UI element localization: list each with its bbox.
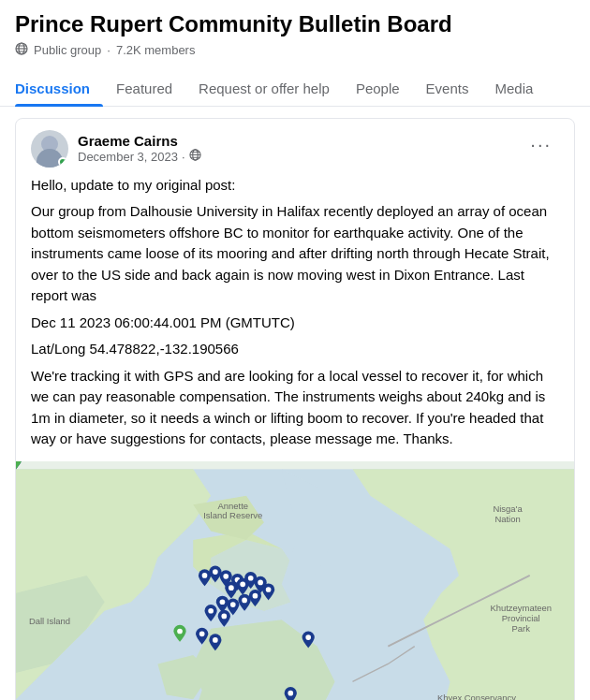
more-options-button[interactable]: ··· <box>523 130 559 159</box>
group-meta: Public group · 7.2K members <box>15 42 575 58</box>
post-meta: December 3, 2023 · <box>78 149 201 164</box>
post-card: Graeme Cairns December 3, 2023 · <box>15 118 575 700</box>
avatar <box>31 130 68 168</box>
author-info: Graeme Cairns December 3, 2023 · <box>78 133 201 164</box>
post-line-1: Our group from Dalhousie University in H… <box>31 201 559 307</box>
public-globe-icon <box>15 42 28 58</box>
tab-request-help[interactable]: Request or offer help <box>185 71 343 106</box>
map-embed[interactable]: Annette Island Reserve Dall Island Nisga… <box>16 461 574 700</box>
svg-text:Khyex Conservancy: Khyex Conservancy <box>437 693 516 700</box>
online-indicator <box>58 157 67 167</box>
svg-text:Nation: Nation <box>494 514 520 524</box>
svg-text:Park: Park <box>512 623 531 634</box>
main-content: Graeme Cairns December 3, 2023 · <box>0 107 590 700</box>
post-visibility-globe-icon <box>189 149 201 164</box>
post-body: Hello, update to my original post:Our gr… <box>16 175 574 461</box>
tab-events[interactable]: Events <box>413 71 482 106</box>
page-title: Prince Rupert Community Bulletin Board <box>15 11 575 38</box>
group-type: Public group <box>34 43 101 57</box>
tab-people[interactable]: People <box>343 71 413 106</box>
member-count: 7.2K members <box>116 43 196 57</box>
post-line-0: Hello, update to my original post: <box>31 175 559 197</box>
tab-media[interactable]: Media <box>481 71 546 106</box>
navigation-tabs: Discussion Featured Request or offer hel… <box>0 71 590 107</box>
post-line-3: Lat/Long 54.478822,-132.190566 <box>31 339 559 360</box>
tab-featured[interactable]: Featured <box>103 71 185 106</box>
svg-text:Dall Island: Dall Island <box>29 616 70 626</box>
post-author: Graeme Cairns December 3, 2023 · <box>31 130 201 168</box>
svg-text:Nisga'a: Nisga'a <box>493 503 523 514</box>
post-line-2: Dec 11 2023 06:00:44.001 PM (GMTUTC) <box>31 313 559 334</box>
svg-text:Island Reserve: Island Reserve <box>203 510 262 520</box>
post-line-4: We're tracking it with GPS and are looki… <box>31 366 559 450</box>
post-date: December 3, 2023 <box>78 150 178 164</box>
tab-discussion[interactable]: Discussion <box>15 71 103 106</box>
page-header: Prince Rupert Community Bulletin Board P… <box>0 0 590 62</box>
svg-text:Provincial: Provincial <box>502 613 540 623</box>
post-header: Graeme Cairns December 3, 2023 · <box>16 119 574 175</box>
author-name[interactable]: Graeme Cairns <box>78 133 201 149</box>
svg-text:Annette: Annette <box>217 501 248 511</box>
svg-text:Khutzeymateen: Khutzeymateen <box>490 603 552 613</box>
